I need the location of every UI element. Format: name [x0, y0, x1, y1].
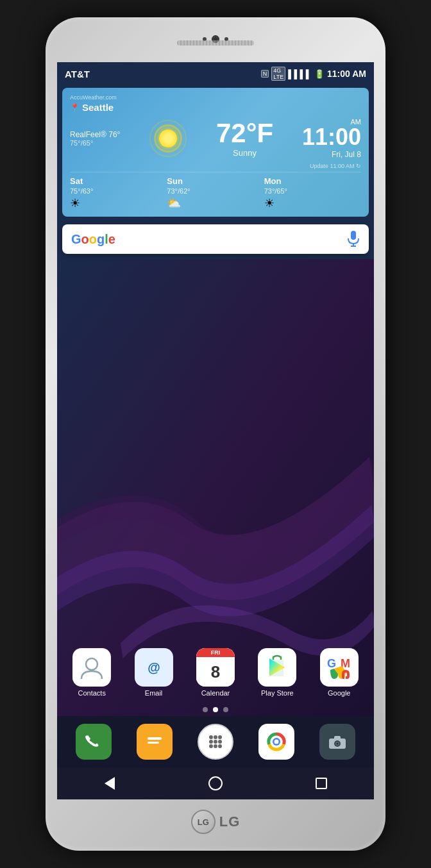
contacts-label: Contacts: [78, 689, 105, 697]
carrier-label: AT&T: [65, 69, 90, 79]
home-icon: [208, 776, 223, 790]
svg-point-17: [218, 735, 222, 739]
forecast-sat: Sat 75°/63° ☀: [70, 176, 167, 210]
svg-text:@: @: [148, 660, 160, 674]
calendar-date-number: 8: [196, 657, 235, 687]
contacts-app-icon[interactable]: [72, 648, 111, 687]
page-indicator: [57, 707, 374, 712]
app-grid: Contacts @ Email: [57, 648, 374, 697]
weather-source: AccuWeather.com: [70, 94, 361, 101]
svg-rect-11: [83, 731, 105, 753]
recent-apps-button[interactable]: [308, 774, 334, 793]
top-bezel: [52, 24, 379, 62]
svg-point-33: [336, 743, 338, 745]
sun-weather-icon: ⛅: [167, 196, 181, 210]
google-logo: G o o g l e: [71, 232, 115, 247]
google-app-icon[interactable]: G M: [320, 648, 359, 687]
weather-widget[interactable]: AccuWeather.com 📍 Seattle RealFeel® 76° …: [62, 88, 369, 217]
screen-wrapper: AT&T N 4GLTE ▌▌▌▌ 🔋 11:00 AM AccuWeather…: [52, 62, 379, 799]
svg-text:G: G: [327, 657, 336, 670]
svg-point-19: [214, 740, 217, 744]
page-dot-3: [223, 707, 228, 712]
home-screen: Contacts @ Email: [57, 259, 374, 716]
app-email[interactable]: @ Email: [128, 648, 180, 697]
dock-chrome[interactable]: [258, 724, 294, 760]
weather-temperature: 72°F: [216, 120, 273, 147]
back-icon: [105, 777, 115, 790]
svg-point-4: [86, 658, 97, 670]
signal-icon: ▌▌▌▌: [288, 69, 312, 79]
dock-messages[interactable]: [137, 724, 173, 760]
page-dot-2: [213, 707, 218, 712]
email-label: Email: [145, 689, 163, 697]
messages-dock-icon[interactable]: [137, 724, 173, 760]
mon-weather-icon: ☀: [264, 196, 275, 210]
google-label: Google: [328, 689, 350, 697]
svg-point-15: [209, 735, 213, 739]
svg-rect-0: [351, 231, 356, 240]
weather-main-row: RealFeel® 76° 75°/65° 72°F Sunny: [70, 118, 361, 159]
weather-time: 11:00: [302, 126, 361, 149]
chrome-dock-icon[interactable]: [258, 724, 294, 760]
recent-icon: [316, 778, 327, 789]
nfc-icon: N: [261, 70, 269, 78]
calendar-day-header: FRI: [196, 648, 235, 657]
app-dock: [57, 716, 374, 767]
forecast-sun: Sun 73°/62° ⛅: [167, 176, 264, 210]
svg-point-27: [274, 740, 278, 744]
lg-brand-logo: LG LG: [191, 810, 241, 834]
dock-camera[interactable]: [319, 724, 355, 760]
weather-left: RealFeel® 76° 75°/65°: [70, 130, 120, 147]
status-time: 11:00 AM: [327, 69, 366, 79]
calendar-app-icon[interactable]: FRI 8: [196, 648, 235, 687]
phone-dock-icon[interactable]: [76, 724, 112, 760]
app-google[interactable]: G M Google: [314, 648, 365, 697]
svg-point-16: [214, 735, 217, 739]
speaker-grille: [177, 40, 254, 46]
email-app-icon[interactable]: @: [135, 648, 173, 687]
dock-apps[interactable]: [198, 724, 233, 760]
svg-point-18: [209, 740, 213, 744]
svg-rect-30: [334, 736, 341, 740]
svg-rect-14: [148, 742, 159, 744]
sat-weather-icon: ☀: [70, 196, 80, 210]
weather-clock: AM 11:00 Fri, Jul 8: [302, 118, 361, 159]
location-pin-icon: 📍: [70, 103, 80, 112]
playstore-app-icon[interactable]: [258, 648, 296, 687]
refresh-icon: ↻: [356, 163, 361, 169]
back-button[interactable]: [97, 774, 123, 793]
weather-hi-lo: 75°/65°: [70, 139, 120, 147]
realfeel-label: RealFeel® 76°: [70, 130, 120, 139]
weather-temp-block: 72°F Sunny: [216, 120, 273, 158]
weather-forecast: Sat 75°/63° ☀ Sun 73°/62° ⛅ Mon 73°/65° …: [70, 172, 361, 210]
navigation-bar: [57, 767, 374, 799]
calendar-label: Calendar: [201, 689, 230, 697]
screen: AT&T N 4GLTE ▌▌▌▌ 🔋 11:00 AM AccuWeather…: [57, 62, 374, 799]
app-calendar[interactable]: FRI 8 Calendar: [190, 648, 241, 697]
svg-point-21: [209, 744, 213, 748]
weather-update: Update 11:00 AM ↻: [70, 163, 361, 169]
lg-brand-name: LG: [219, 814, 241, 830]
svg-point-23: [218, 744, 222, 748]
weather-date: Fri, Jul 8: [302, 150, 361, 159]
page-dot-1: [203, 707, 208, 712]
google-search-bar[interactable]: G o o g l e: [62, 224, 369, 254]
svg-point-20: [218, 740, 222, 744]
status-icons: N 4GLTE ▌▌▌▌ 🔋 11:00 AM: [261, 67, 366, 81]
apps-dock-icon[interactable]: [198, 724, 233, 760]
home-button[interactable]: [203, 774, 228, 793]
camera-dock-icon[interactable]: [319, 724, 355, 760]
bottom-bezel: LG LG: [52, 799, 379, 844]
svg-point-22: [214, 744, 217, 748]
battery-icon: 🔋: [314, 69, 325, 79]
app-playstore[interactable]: Play Store: [251, 648, 303, 697]
voice-search-icon[interactable]: [347, 231, 360, 247]
weather-location: 📍 Seattle: [70, 102, 361, 113]
svg-rect-13: [148, 737, 162, 740]
lg-circle-logo: LG: [191, 810, 216, 834]
dock-phone[interactable]: [76, 724, 112, 760]
status-bar: AT&T N 4GLTE ▌▌▌▌ 🔋 11:00 AM: [57, 62, 374, 85]
app-contacts[interactable]: Contacts: [66, 648, 117, 697]
playstore-label: Play Store: [261, 689, 294, 697]
forecast-mon: Mon 73°/65° ☀: [264, 176, 361, 210]
